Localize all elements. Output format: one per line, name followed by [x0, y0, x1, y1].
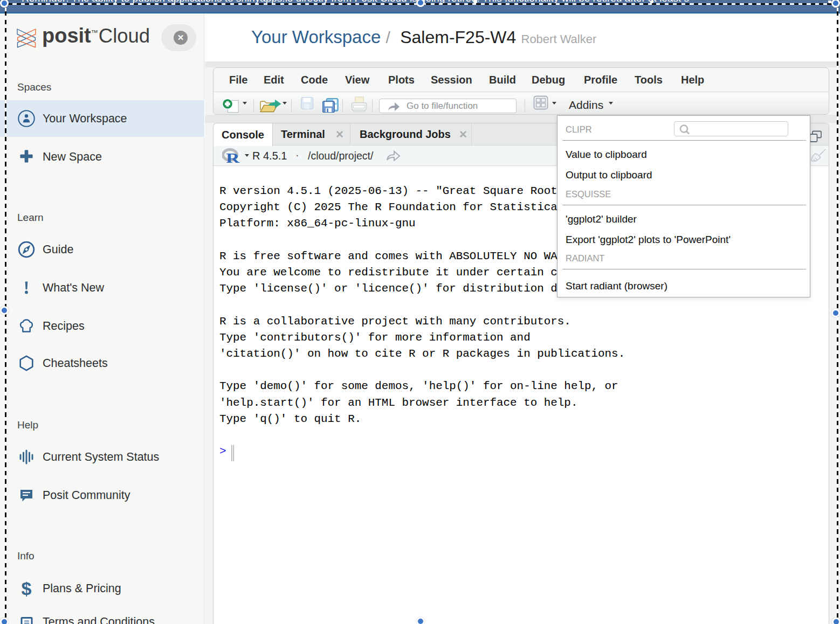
- svg-text:R: R: [226, 150, 240, 165]
